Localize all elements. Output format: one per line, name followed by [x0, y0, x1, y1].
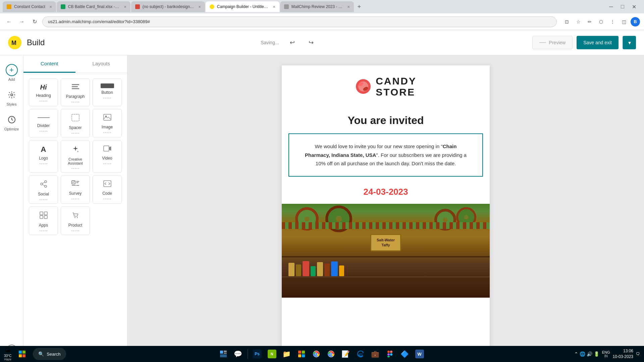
profile-avatar[interactable]: B	[631, 17, 640, 26]
code-label: Code	[102, 191, 112, 196]
content-item-video[interactable]: Video	[93, 140, 122, 173]
content-item-spacer[interactable]: Spacer	[61, 109, 90, 137]
tab-close-btn[interactable]: ✕	[198, 5, 201, 9]
taskbar-chrome2[interactable]	[324, 347, 338, 361]
toolbar-icons: ⊡ ☆ ✏ ⬡ ⋮ ◫ B	[562, 17, 640, 26]
taskbar-clock[interactable]: 13:06 10-03-2023	[613, 348, 633, 360]
taskbar-ms-store[interactable]	[295, 347, 308, 361]
minimize-button[interactable]: ─	[606, 2, 616, 11]
logo-label: Logo	[39, 156, 48, 161]
date-section: 24-03-2023	[282, 180, 490, 204]
tab-sheets[interactable]: CB Battle Card_final.xlsx - Googl... ✕	[57, 1, 130, 12]
email-header: CANDY STORE	[282, 65, 490, 108]
maximize-button[interactable]: □	[618, 2, 627, 11]
creative-assistant-label: Creative Assistant	[64, 157, 87, 165]
taskbar-chrome[interactable]	[310, 347, 323, 361]
tab-constant-contact[interactable]: Constant Contact ✕	[3, 1, 56, 12]
divider-icon	[32, 114, 55, 121]
tab-content[interactable]: Content	[23, 55, 75, 73]
taskbar-teams[interactable]: 💬	[231, 347, 245, 361]
tab-favicon	[7, 4, 11, 9]
refresh-button[interactable]: ↻	[30, 17, 40, 27]
content-item-paragraph[interactable]: Paragraph	[61, 78, 90, 106]
cast-icon[interactable]: ⊡	[562, 17, 572, 26]
svg-rect-10	[104, 146, 109, 151]
content-item-logo[interactable]: A Logo	[29, 140, 58, 173]
content-item-survey[interactable]: Survey	[61, 175, 90, 204]
redo-button[interactable]: ↪	[306, 37, 317, 48]
heading-dots	[40, 101, 47, 102]
content-item-heading[interactable]: Hi Heading	[29, 78, 58, 106]
chrome-icon	[313, 350, 320, 358]
tab-close-btn[interactable]: ✕	[347, 5, 350, 9]
taskbar-photoshop[interactable]: Ps	[251, 347, 264, 361]
chevron-up-icon[interactable]: ⌃	[574, 351, 578, 357]
content-item-product[interactable]: Product	[61, 206, 90, 235]
taskbar-app1[interactable]: 🔷	[398, 347, 412, 361]
taskbar-system-tray: ⌃ 🌐 🔊 🔋 ENG IN 13:06 10-03-2023 🗨	[574, 348, 640, 360]
undo-button[interactable]: ↩	[287, 37, 298, 48]
content-item-social[interactable]: Social	[29, 175, 58, 204]
settings-icon[interactable]: ⋮	[608, 17, 617, 26]
content-item-image[interactable]: Image	[93, 109, 122, 137]
sticky-notes-icon: 📝	[341, 350, 350, 358]
svg-line-15	[43, 185, 45, 186]
tab-mailchimp[interactable]: Campaign Builder - Untitled | Ma... ✕	[206, 1, 279, 12]
taskbar-nvidia[interactable]: N	[265, 347, 279, 361]
svg-point-2	[11, 94, 13, 96]
tab-review[interactable]: MailChimp Review 2023 - Unbia... ✕	[280, 1, 354, 12]
content-grid: Hi Heading Paragraph	[23, 73, 127, 240]
bookmark-icon[interactable]: ☆	[574, 17, 583, 26]
tab-close-btn[interactable]: ✕	[124, 5, 126, 9]
sidebar-item-optimize[interactable]: Optimize	[2, 112, 22, 134]
search-icon: 🔍	[38, 351, 44, 357]
content-item-divider[interactable]: Divider	[29, 109, 58, 137]
taskbar-widgets[interactable]	[217, 347, 230, 361]
content-item-code[interactable]: Code	[93, 175, 122, 204]
new-tab-button[interactable]: +	[355, 2, 364, 11]
content-item-apps[interactable]: Apps	[29, 206, 58, 235]
extension-icon[interactable]: ⬡	[596, 17, 606, 26]
code-dots	[103, 198, 111, 199]
sidebar-item-add[interactable]: + Add	[2, 61, 22, 85]
tab-layouts[interactable]: Layouts	[75, 55, 127, 73]
taskbar-weather[interactable]: 🌤 33°C Haze	[4, 347, 11, 361]
svg-line-14	[43, 182, 45, 184]
preview-button[interactable]: Preview	[532, 36, 573, 49]
tab-favicon	[284, 4, 289, 9]
svg-rect-21	[76, 185, 79, 186]
taskbar-search[interactable]: 🔍 Search	[33, 348, 66, 360]
taskbar-figma[interactable]	[383, 347, 397, 361]
pen-icon[interactable]: ✏	[585, 17, 594, 26]
svg-rect-6	[72, 88, 79, 89]
address-input[interactable]	[42, 16, 557, 27]
content-item-button[interactable]: Button	[93, 78, 122, 106]
content-item-creative-assistant[interactable]: Creative Assistant	[61, 140, 90, 173]
save-dropdown-button[interactable]: ▾	[623, 36, 636, 49]
taskbar-sticky-notes[interactable]: 📝	[339, 347, 353, 361]
taskbar-slack[interactable]: 💼	[369, 347, 382, 361]
button-label: Button	[101, 90, 113, 95]
sidebar-item-styles[interactable]: Styles	[2, 87, 22, 110]
taskbar-word[interactable]: W	[413, 347, 426, 361]
taskbar-edge[interactable]	[354, 347, 367, 361]
device-icon[interactable]: ◫	[619, 17, 629, 26]
volume-icon[interactable]: 🔊	[587, 351, 592, 357]
svg-rect-20	[72, 185, 76, 186]
tab-close-btn[interactable]: ✕	[49, 5, 52, 9]
taskbar-files[interactable]: 📁	[280, 347, 293, 361]
notification-icon[interactable]: 🗨	[636, 352, 640, 356]
tab-favicon	[135, 4, 140, 9]
tab-close-btn[interactable]: ✕	[273, 5, 275, 9]
forward-button[interactable]: →	[17, 17, 27, 27]
close-button[interactable]: ✕	[629, 2, 639, 11]
tab-gmail[interactable]: (no subject) - barikodesigns@g... ✕	[131, 1, 205, 12]
save-exit-button[interactable]: Save and exit	[577, 36, 619, 49]
svg-rect-55	[390, 351, 392, 353]
battery-icon[interactable]: 🔋	[594, 351, 599, 357]
taskbar-start-button[interactable]	[15, 347, 29, 361]
network-icon[interactable]: 🌐	[580, 351, 585, 357]
back-button[interactable]: ←	[4, 17, 14, 27]
candy-icon	[355, 78, 372, 95]
product-icon	[64, 212, 87, 221]
